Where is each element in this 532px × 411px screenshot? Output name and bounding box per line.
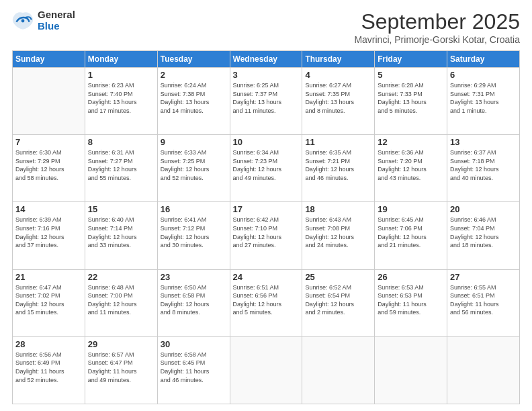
day-number: 15 <box>88 204 154 214</box>
day-number: 12 <box>378 137 444 147</box>
table-row: 6Sunrise: 6:29 AM Sunset: 7:31 PM Daylig… <box>447 68 520 135</box>
day-info: Sunrise: 6:25 AM Sunset: 7:37 PM Dayligh… <box>233 81 300 115</box>
table-row: 10Sunrise: 6:34 AM Sunset: 7:23 PM Dayli… <box>230 135 302 202</box>
day-info: Sunrise: 6:40 AM Sunset: 7:14 PM Dayligh… <box>88 216 154 249</box>
day-info: Sunrise: 6:24 AM Sunset: 7:38 PM Dayligh… <box>161 81 227 115</box>
header-monday: Monday <box>85 51 157 68</box>
header-thursday: Thursday <box>302 51 375 68</box>
calendar-week-row: 21Sunrise: 6:47 AM Sunset: 7:02 PM Dayli… <box>13 269 520 336</box>
table-row: 9Sunrise: 6:33 AM Sunset: 7:25 PM Daylig… <box>157 135 230 202</box>
table-row: 27Sunrise: 6:55 AM Sunset: 6:51 PM Dayli… <box>447 269 520 336</box>
day-info: Sunrise: 6:58 AM Sunset: 6:45 PM Dayligh… <box>161 351 227 384</box>
calendar-week-row: 14Sunrise: 6:39 AM Sunset: 7:16 PM Dayli… <box>13 202 520 269</box>
table-row <box>447 336 520 404</box>
day-info: Sunrise: 6:23 AM Sunset: 7:40 PM Dayligh… <box>88 81 154 115</box>
day-number: 8 <box>88 137 154 147</box>
day-info: Sunrise: 6:42 AM Sunset: 7:10 PM Dayligh… <box>233 216 300 249</box>
day-info: Sunrise: 6:36 AM Sunset: 7:20 PM Dayligh… <box>378 148 444 182</box>
calendar-week-row: 1Sunrise: 6:23 AM Sunset: 7:40 PM Daylig… <box>13 68 520 135</box>
day-info: Sunrise: 6:57 AM Sunset: 6:47 PM Dayligh… <box>88 351 154 384</box>
day-number: 22 <box>88 272 154 282</box>
svg-point-0 <box>21 19 25 22</box>
calendar-week-row: 7Sunrise: 6:30 AM Sunset: 7:29 PM Daylig… <box>13 135 520 202</box>
table-row <box>13 68 85 135</box>
day-number: 29 <box>88 339 154 349</box>
logo: General Blue <box>12 9 75 32</box>
calendar-table: Sunday Monday Tuesday Wednesday Thursday… <box>12 50 520 404</box>
table-row: 1Sunrise: 6:23 AM Sunset: 7:40 PM Daylig… <box>85 68 157 135</box>
month-title: September 2025 <box>354 9 520 34</box>
location: Mavrinci, Primorje-Gorski Kotar, Croatia <box>354 34 520 45</box>
table-row: 12Sunrise: 6:36 AM Sunset: 7:20 PM Dayli… <box>375 135 447 202</box>
day-number: 4 <box>305 70 371 80</box>
table-row: 14Sunrise: 6:39 AM Sunset: 7:16 PM Dayli… <box>13 202 85 269</box>
table-row: 22Sunrise: 6:48 AM Sunset: 7:00 PM Dayli… <box>85 269 157 336</box>
table-row: 16Sunrise: 6:41 AM Sunset: 7:12 PM Dayli… <box>157 202 230 269</box>
day-number: 30 <box>161 339 227 349</box>
table-row: 2Sunrise: 6:24 AM Sunset: 7:38 PM Daylig… <box>157 68 230 135</box>
day-number: 24 <box>233 272 300 282</box>
day-number: 11 <box>305 137 371 147</box>
header-tuesday: Tuesday <box>157 51 230 68</box>
day-info: Sunrise: 6:31 AM Sunset: 7:27 PM Dayligh… <box>88 148 154 182</box>
day-number: 28 <box>15 339 82 349</box>
table-row: 18Sunrise: 6:43 AM Sunset: 7:08 PM Dayli… <box>302 202 375 269</box>
day-info: Sunrise: 6:55 AM Sunset: 6:51 PM Dayligh… <box>450 283 517 317</box>
day-number: 23 <box>161 272 227 282</box>
day-number: 26 <box>378 272 444 282</box>
table-row: 30Sunrise: 6:58 AM Sunset: 6:45 PM Dayli… <box>157 336 230 404</box>
day-info: Sunrise: 6:51 AM Sunset: 6:56 PM Dayligh… <box>233 283 300 317</box>
day-info: Sunrise: 6:47 AM Sunset: 7:02 PM Dayligh… <box>15 283 82 317</box>
day-info: Sunrise: 6:28 AM Sunset: 7:33 PM Dayligh… <box>378 81 444 115</box>
day-number: 14 <box>15 204 82 214</box>
day-number: 1 <box>88 70 154 80</box>
table-row: 25Sunrise: 6:52 AM Sunset: 6:54 PM Dayli… <box>302 269 375 336</box>
table-row: 23Sunrise: 6:50 AM Sunset: 6:58 PM Dayli… <box>157 269 230 336</box>
header-sunday: Sunday <box>13 51 85 68</box>
page-header: General Blue September 2025 Mavrinci, Pr… <box>12 9 520 45</box>
table-row: 7Sunrise: 6:30 AM Sunset: 7:29 PM Daylig… <box>13 135 85 202</box>
day-number: 5 <box>378 70 444 80</box>
day-number: 7 <box>15 137 82 147</box>
table-row: 28Sunrise: 6:56 AM Sunset: 6:49 PM Dayli… <box>13 336 85 404</box>
day-info: Sunrise: 6:41 AM Sunset: 7:12 PM Dayligh… <box>161 216 227 249</box>
table-row: 17Sunrise: 6:42 AM Sunset: 7:10 PM Dayli… <box>230 202 302 269</box>
table-row: 11Sunrise: 6:35 AM Sunset: 7:21 PM Dayli… <box>302 135 375 202</box>
day-number: 27 <box>450 272 517 282</box>
title-area: September 2025 Mavrinci, Primorje-Gorski… <box>354 9 520 45</box>
table-row: 21Sunrise: 6:47 AM Sunset: 7:02 PM Dayli… <box>13 269 85 336</box>
day-info: Sunrise: 6:29 AM Sunset: 7:31 PM Dayligh… <box>450 81 517 115</box>
day-info: Sunrise: 6:52 AM Sunset: 6:54 PM Dayligh… <box>305 283 371 317</box>
day-number: 19 <box>378 204 444 214</box>
day-info: Sunrise: 6:53 AM Sunset: 6:53 PM Dayligh… <box>378 283 444 317</box>
header-wednesday: Wednesday <box>230 51 302 68</box>
day-number: 18 <box>305 204 371 214</box>
table-row: 5Sunrise: 6:28 AM Sunset: 7:33 PM Daylig… <box>375 68 447 135</box>
day-info: Sunrise: 6:50 AM Sunset: 6:58 PM Dayligh… <box>161 283 227 317</box>
day-number: 20 <box>450 204 517 214</box>
table-row <box>302 336 375 404</box>
day-number: 17 <box>233 204 300 214</box>
table-row: 13Sunrise: 6:37 AM Sunset: 7:18 PM Dayli… <box>447 135 520 202</box>
logo-blue: Blue <box>38 21 75 32</box>
day-number: 2 <box>161 70 227 80</box>
day-info: Sunrise: 6:27 AM Sunset: 7:35 PM Dayligh… <box>305 81 371 115</box>
day-info: Sunrise: 6:37 AM Sunset: 7:18 PM Dayligh… <box>450 148 517 182</box>
day-number: 6 <box>450 70 517 80</box>
day-info: Sunrise: 6:30 AM Sunset: 7:29 PM Dayligh… <box>15 148 82 182</box>
day-info: Sunrise: 6:39 AM Sunset: 7:16 PM Dayligh… <box>15 216 82 249</box>
table-row: 15Sunrise: 6:40 AM Sunset: 7:14 PM Dayli… <box>85 202 157 269</box>
header-friday: Friday <box>375 51 447 68</box>
table-row: 29Sunrise: 6:57 AM Sunset: 6:47 PM Dayli… <box>85 336 157 404</box>
logo-general: General <box>38 9 75 21</box>
header-saturday: Saturday <box>447 51 520 68</box>
day-info: Sunrise: 6:43 AM Sunset: 7:08 PM Dayligh… <box>305 216 371 249</box>
table-row <box>375 336 447 404</box>
day-number: 9 <box>161 137 227 147</box>
logo-icon <box>12 10 34 32</box>
table-row: 3Sunrise: 6:25 AM Sunset: 7:37 PM Daylig… <box>230 68 302 135</box>
day-info: Sunrise: 6:45 AM Sunset: 7:06 PM Dayligh… <box>378 216 444 249</box>
table-row: 26Sunrise: 6:53 AM Sunset: 6:53 PM Dayli… <box>375 269 447 336</box>
day-number: 13 <box>450 137 517 147</box>
day-number: 21 <box>15 272 82 282</box>
